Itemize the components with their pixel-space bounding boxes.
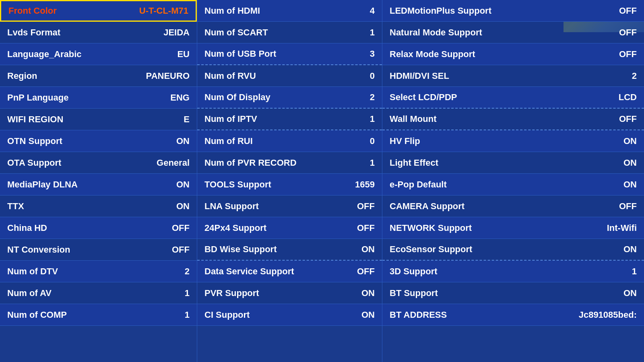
row-label: Region: [7, 71, 142, 81]
row-label: Num of PVR RECORD: [204, 158, 366, 168]
row-label: CI Support: [204, 310, 357, 320]
row-value: ENG: [170, 93, 190, 103]
row-label: Natural Mode Support: [390, 27, 615, 38]
row-label: Light Effect: [390, 158, 619, 168]
row-label: HDMI/DVI SEL: [390, 71, 628, 81]
table-row: HV FlipON: [382, 130, 644, 152]
table-row: Light EffectON: [382, 152, 644, 174]
row-label: Num of DTV: [7, 266, 181, 277]
row-label: Num of HDMI: [204, 6, 366, 16]
row-label: Wall Mount: [390, 114, 615, 124]
row-label: Num of SCART: [204, 27, 366, 38]
table-row: PVR SupportON: [197, 282, 382, 304]
table-row: MediaPlay DLNAON: [0, 174, 197, 195]
table-row: BT SupportON: [382, 282, 644, 304]
row-value: General: [157, 158, 190, 168]
column-0: Front ColorU-T-CL-M71Lvds FormatJEIDALan…: [0, 0, 197, 362]
row-value: OFF: [619, 6, 637, 16]
row-label: OTN Support: [7, 136, 172, 146]
table-row: Front ColorU-T-CL-M71: [0, 0, 197, 22]
table-row: WIFI REGIONE: [0, 109, 197, 130]
row-value: OFF: [357, 201, 375, 212]
row-value: ON: [623, 158, 637, 168]
row-label: China HD: [7, 223, 168, 233]
row-label: BT Support: [390, 288, 619, 298]
row-label: TTX: [7, 201, 172, 212]
table-row: LNA SupportOFF: [197, 195, 382, 217]
row-value: ON: [623, 179, 637, 190]
row-label: Lvds Format: [7, 27, 159, 38]
row-value: 4: [370, 6, 375, 16]
row-label: NT Conversion: [7, 245, 168, 255]
row-value: ON: [176, 201, 190, 212]
column-2: LEDMotionPlus SupportOFFNatural Mode Sup…: [382, 0, 644, 362]
row-label: e-Pop Default: [390, 179, 619, 190]
table-row: Language_ArabicEU: [0, 43, 197, 65]
table-row: OTA SupportGeneral: [0, 152, 197, 174]
row-value: OFF: [172, 245, 190, 255]
table-row: Num of RUI0: [197, 130, 382, 152]
row-value: 1: [185, 310, 190, 320]
row-label: OTA Support: [7, 158, 153, 168]
row-value: ON: [176, 179, 190, 190]
row-value: 1: [370, 158, 375, 168]
table-row: Select LCD/PDPLCD: [382, 87, 644, 109]
row-value: 1: [370, 27, 375, 38]
row-label: Num of RVU: [204, 71, 366, 81]
table-row: LEDMotionPlus SupportOFF: [382, 0, 644, 22]
table-row: China HDOFF: [0, 217, 197, 239]
table-row: OTN SupportON: [0, 130, 197, 152]
row-value: U-T-CL-M71: [139, 6, 188, 16]
row-label: EcoSensor Support: [390, 244, 619, 255]
row-value: ON: [361, 244, 375, 255]
row-label: LNA Support: [204, 201, 353, 212]
table-row: 24Px4 SupportOFF: [197, 217, 382, 239]
row-value: ON: [623, 288, 637, 298]
table-row: Wall MountOFF: [382, 109, 644, 130]
row-value: 1: [632, 266, 637, 277]
main-grid: Front ColorU-T-CL-M71Lvds FormatJEIDALan…: [0, 0, 644, 362]
table-row: Num of RVU0: [197, 65, 382, 87]
table-row: NT ConversionOFF: [0, 239, 197, 261]
row-label: HV Flip: [390, 136, 619, 146]
row-value: 1: [370, 114, 375, 124]
row-value: OFF: [619, 27, 637, 38]
row-value: ON: [623, 244, 637, 255]
row-label: Num of AV: [7, 288, 181, 298]
row-label: Language_Arabic: [7, 49, 173, 60]
row-value: JEIDA: [163, 27, 190, 38]
row-value: ON: [361, 288, 375, 298]
row-label: NETWORK Support: [390, 223, 603, 233]
row-value: 2: [370, 92, 375, 103]
table-row: Num of SCART1: [197, 22, 382, 43]
table-row: CAMERA SupportOFF: [382, 195, 644, 217]
table-row: Data Service SupportOFF: [197, 261, 382, 282]
table-row: Natural Mode SupportOFF: [382, 22, 644, 43]
row-value: ON: [623, 136, 637, 146]
row-label: WIFI REGION: [7, 114, 180, 125]
row-label: BT ADDRESS: [390, 310, 575, 320]
row-label: LEDMotionPlus Support: [390, 6, 615, 16]
row-value: Int-Wifi: [607, 223, 637, 233]
table-row: Num of HDMI4: [197, 0, 382, 22]
row-value: 0: [370, 71, 375, 81]
row-value: 0: [370, 136, 375, 146]
row-label: TOOLS Support: [204, 179, 351, 190]
row-value: LCD: [619, 92, 637, 103]
row-value: OFF: [619, 49, 637, 60]
row-value: OFF: [357, 266, 375, 277]
row-label: Front Color: [8, 6, 135, 16]
row-label: 3D Support: [390, 266, 628, 277]
row-value: PANEURO: [146, 71, 190, 81]
row-value: OFF: [357, 223, 375, 233]
row-label: Num Of Display: [204, 92, 366, 103]
row-value: EU: [177, 49, 190, 60]
table-row: HDMI/DVI SEL2: [382, 65, 644, 87]
column-1: Num of HDMI4Num of SCART1Num of USB Port…: [197, 0, 382, 362]
row-label: Num of IPTV: [204, 114, 366, 124]
row-label: Num of USB Port: [204, 49, 366, 59]
table-row: Num of AV1: [0, 282, 197, 304]
table-row: TOOLS Support1659: [197, 174, 382, 195]
table-row: e-Pop DefaultON: [382, 174, 644, 195]
row-value: OFF: [619, 201, 637, 212]
